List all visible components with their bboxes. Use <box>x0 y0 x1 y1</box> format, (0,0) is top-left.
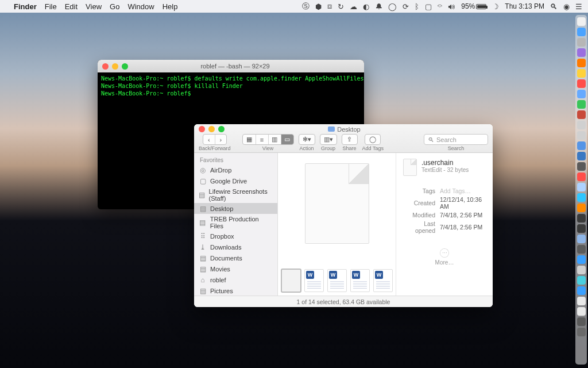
dock-item[interactable] <box>577 48 586 57</box>
view-icon-grid[interactable]: ▦ <box>243 135 256 144</box>
view-icon-gallery[interactable]: ▭ <box>281 135 293 144</box>
sidebar-item-downloads[interactable]: ⤓Downloads <box>194 241 277 252</box>
sidebar-item-google-drive[interactable]: ▢Google Drive <box>194 175 277 186</box>
dock-item[interactable] <box>577 59 586 67</box>
sidebar-item-dropbox[interactable]: ⠿Dropbox <box>194 231 277 241</box>
dock-item[interactable] <box>577 17 586 26</box>
dock-item[interactable] <box>577 245 586 254</box>
thumb-word-doc[interactable] <box>350 269 370 292</box>
dock-item[interactable] <box>577 28 586 36</box>
sidebar-item-documents[interactable]: ▤Documents <box>194 252 277 263</box>
sync-icon[interactable]: ⟳ <box>403 2 409 11</box>
sidebar-item-icon: ⠿ <box>199 232 207 240</box>
dropbox-icon[interactable]: ⧈ <box>327 2 332 11</box>
sidebar-item-airdrop[interactable]: ◎AirDrop <box>194 164 277 175</box>
close-button[interactable] <box>199 126 205 132</box>
menu-go[interactable]: Go <box>110 2 119 11</box>
dock-item[interactable] <box>577 193 586 202</box>
zoom-button[interactable] <box>218 126 225 132</box>
dock-item[interactable] <box>577 286 586 295</box>
dock-item[interactable] <box>577 69 586 78</box>
battery-status[interactable]: 95% <box>461 2 486 10</box>
cloud-icon[interactable]: ☁ <box>350 2 357 11</box>
backup-icon[interactable]: ↻ <box>338 2 344 11</box>
dock-item[interactable] <box>577 214 586 223</box>
dock-item[interactable] <box>577 255 586 264</box>
dock-item[interactable] <box>577 131 586 140</box>
thumb-word-doc[interactable] <box>373 269 393 292</box>
dock-item[interactable] <box>577 317 586 326</box>
dock-item[interactable] <box>577 90 586 98</box>
menu-window[interactable]: Window <box>127 2 154 11</box>
menu-help[interactable]: Help <box>163 2 178 11</box>
dnd-icon[interactable]: ☽ <box>492 2 499 11</box>
dock-item[interactable] <box>577 204 586 212</box>
sidebar-item-pictures[interactable]: ▤Pictures <box>194 285 277 296</box>
cc-icon[interactable]: ◐ <box>363 2 369 11</box>
share-button[interactable]: ⇪ <box>342 134 358 145</box>
minimize-button[interactable] <box>112 63 118 70</box>
dock-item[interactable] <box>577 224 586 233</box>
view-switcher[interactable]: ▦ ≡ ▥ ▭ <box>242 134 294 145</box>
dock-item[interactable] <box>577 152 586 160</box>
view-icon-list[interactable]: ≡ <box>256 135 268 144</box>
thumb-word-doc[interactable] <box>304 269 324 292</box>
action-button[interactable]: ✻▾ <box>299 134 315 145</box>
airplay-icon[interactable]: ▢ <box>425 2 432 11</box>
forward-button[interactable]: › <box>215 135 226 144</box>
view-icon-columns[interactable]: ▥ <box>268 135 281 144</box>
dock-item[interactable] <box>577 183 586 191</box>
menu-view[interactable]: View <box>86 2 102 11</box>
thumb-word-doc[interactable] <box>327 269 347 292</box>
nav-back-forward[interactable]: ‹ › <box>203 134 227 145</box>
menu-file[interactable]: File <box>45 2 57 11</box>
notification-center-icon[interactable]: ☰ <box>575 2 582 11</box>
menubar-clock[interactable]: Thu 3:13 PM <box>505 2 544 10</box>
bluetooth-icon[interactable]: ᛒ <box>415 2 419 11</box>
sidebar-item-icon: ▤ <box>199 287 207 295</box>
dock-item[interactable] <box>577 38 586 47</box>
dock-item[interactable] <box>577 162 586 171</box>
dock-item[interactable] <box>577 297 586 305</box>
menu-edit[interactable]: Edit <box>65 2 78 11</box>
dock-item[interactable] <box>577 121 586 129</box>
dock-item[interactable] <box>577 266 586 274</box>
back-button[interactable]: ‹ <box>203 135 215 144</box>
thumb-selected[interactable] <box>281 269 301 292</box>
siri-icon[interactable]: ◉ <box>563 2 570 11</box>
sidebar-item-roblef[interactable]: ⌂roblef <box>194 274 277 285</box>
close-button[interactable] <box>102 63 109 70</box>
dock-item[interactable] <box>577 100 586 109</box>
battery-icon <box>476 4 486 9</box>
dock-item[interactable] <box>577 172 586 181</box>
spotlight-icon[interactable]: 🔍︎ <box>550 2 558 11</box>
dock-item[interactable] <box>577 141 586 150</box>
sidebar-item-lifewire-screenshots-staff-[interactable]: ▤Lifewire Screenshots (Staff) <box>194 186 277 203</box>
bell-icon[interactable]: 🔔︎ <box>375 2 382 11</box>
dock-item[interactable] <box>577 276 586 285</box>
status-icon[interactable]: ⬢ <box>315 2 322 11</box>
user-icon[interactable]: ◯ <box>388 2 397 11</box>
dock-item[interactable] <box>577 328 586 336</box>
sidebar-item-desktop[interactable]: ▤Desktop <box>194 203 277 214</box>
tags-value[interactable]: Add Tags… <box>438 186 486 195</box>
group-button[interactable]: ▥▾ <box>320 134 337 145</box>
dock-item[interactable] <box>577 307 586 316</box>
skype-icon[interactable]: Ⓢ <box>302 1 310 12</box>
zoom-button[interactable] <box>122 63 128 70</box>
volume-icon[interactable]: 🔊︎ <box>448 2 455 11</box>
dock-item[interactable] <box>577 110 586 119</box>
sidebar-item-treb-production-files[interactable]: ▤TREB Production Files <box>194 214 277 231</box>
add-tags-button[interactable]: ◯ <box>365 134 381 145</box>
app-name[interactable]: Finder <box>14 2 37 11</box>
dock-item[interactable] <box>577 235 586 243</box>
dock-item[interactable] <box>577 79 586 88</box>
more-button[interactable]: More… <box>403 248 486 266</box>
finder-window[interactable]: Desktop ‹ › Back/Forward ▦ ≡ ▥ ▭ View <box>194 124 493 307</box>
gallery-thumbs[interactable] <box>278 266 396 296</box>
sidebar-item-movies[interactable]: ▤Movies <box>194 263 277 274</box>
terminal-titlebar[interactable]: roblef — -bash — 92×29 <box>98 60 364 72</box>
search-input[interactable]: 🔍︎ Search <box>424 134 488 145</box>
wifi-icon[interactable]: ⌔ <box>438 2 442 11</box>
minimize-button[interactable] <box>208 126 215 132</box>
